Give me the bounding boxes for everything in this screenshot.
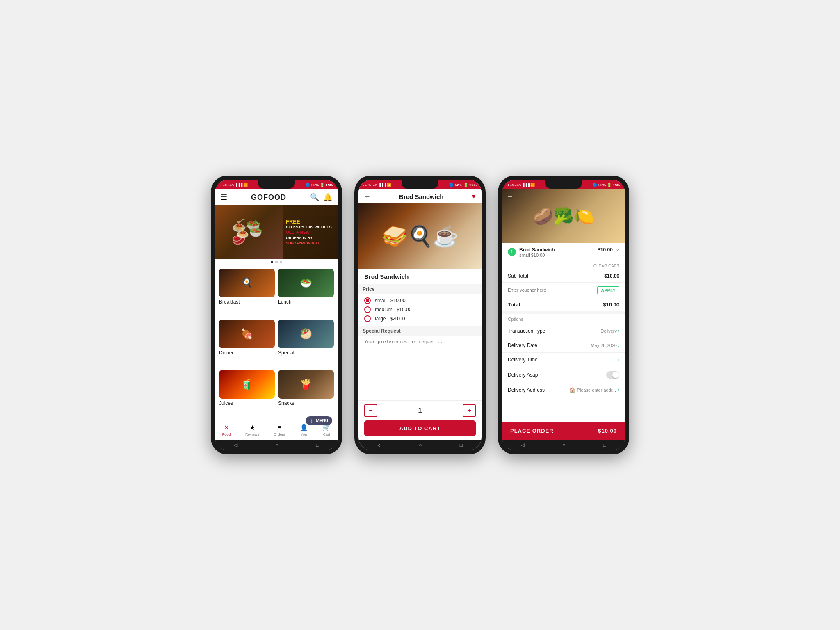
delivery-date-row[interactable]: Delivery Date May 28,2020 › (502, 338, 625, 353)
bluetooth-icon-3: 🔵 (593, 183, 597, 187)
recent-sys-btn-3[interactable]: □ (603, 442, 606, 448)
notch (258, 180, 295, 189)
snacks-emoji: 🍟 (300, 379, 312, 390)
subtotal-value: $10.00 (604, 273, 619, 279)
back-button-2[interactable]: ← (364, 193, 371, 200)
app-logo: GOFOOD (251, 193, 286, 202)
delivery-asap-row: Delivery Asap (502, 367, 625, 383)
category-lunch[interactable]: 🥗 Lunch (278, 269, 334, 316)
category-snacks[interactable]: 🍟 Snacks (278, 370, 334, 418)
delivery-address-value: Please enter addr... (577, 388, 616, 393)
back-sys-btn-2[interactable]: ◁ (377, 442, 381, 448)
battery-icon-1: 🔋 (320, 183, 324, 187)
radio-small[interactable] (364, 297, 371, 304)
notch-2 (402, 180, 438, 189)
subtotal-label: Sub Total (508, 273, 528, 279)
delivery-address-chevron: › (618, 387, 619, 393)
nav-cart[interactable]: 🛒 Cart (322, 424, 331, 436)
transaction-type-value: Delivery (600, 329, 617, 333)
carrier-text-2: du Jio 4G (363, 183, 377, 187)
orders-nav-icon: ≡ (278, 424, 281, 431)
juices-label: Juices (219, 400, 275, 406)
price-option-medium[interactable]: medium $15.00 (364, 306, 476, 313)
price-option-large[interactable]: large $20.00 (364, 315, 476, 322)
cart-item-name: Bred Sandwich (519, 247, 598, 253)
quantity-bar: − 1 + (358, 400, 482, 420)
menu-float-label: MENU (316, 418, 328, 423)
category-juices[interactable]: 🧃 Juices (219, 370, 275, 418)
search-icon[interactable]: 🔍 (310, 193, 319, 202)
product-hero-image: 🥪🍳☕ (358, 203, 482, 269)
home-sys-btn-2[interactable]: ○ (419, 442, 422, 448)
favorite-button[interactable]: ♥ (472, 193, 476, 200)
banner-text-content: FREE DELIVERY THIS WEEK TO OLD ✦ NSW ORD… (283, 215, 338, 249)
delivery-asap-toggle[interactable] (606, 371, 619, 379)
quantity-decrease-button[interactable]: − (364, 404, 377, 417)
banner-food-image: 🍝🥗 (215, 205, 283, 259)
special-request-input[interactable] (364, 339, 476, 364)
back-sys-btn-3[interactable]: ◁ (521, 442, 525, 448)
banner-dots (215, 259, 338, 265)
categories-grid: 🍳 Breakfast 🥗 Lunch 🍖 Dinner (215, 265, 338, 421)
place-order-button[interactable]: PLACE ORDER $10.00 (502, 422, 625, 440)
recent-sys-btn-1[interactable]: □ (316, 442, 319, 448)
apply-voucher-button[interactable]: APPLY (597, 286, 619, 294)
delivery-time-label: Delivery Time (508, 357, 538, 363)
size-large: large (375, 316, 386, 322)
bluetooth-icon-2: 🔵 (449, 183, 454, 187)
quantity-value: 1 (412, 407, 428, 414)
add-to-cart-button[interactable]: ADD TO CART (364, 420, 476, 436)
nav-reviews[interactable]: ★ Reviews (245, 424, 259, 436)
price-option-small[interactable]: small $10.00 (364, 297, 476, 304)
special-emoji: 🥙 (300, 328, 312, 340)
home-sys-btn-1[interactable]: ○ (275, 442, 278, 448)
dinner-emoji: 🍖 (241, 328, 253, 340)
juices-image: 🧃 (219, 370, 275, 399)
delivery-address-label: Delivery Address (508, 387, 545, 393)
home-sys-btn-3[interactable]: ○ (562, 442, 565, 448)
special-request-section-label: Special Request (358, 326, 482, 336)
total-label: Total (508, 301, 520, 308)
bell-icon[interactable]: 🔔 (323, 193, 332, 202)
nav-orders[interactable]: ≡ Orders (274, 424, 285, 436)
nav-you[interactable]: 👤 You (300, 424, 308, 436)
quantity-increase-button[interactable]: + (463, 404, 476, 417)
signal-icon-3: ▐▐▐ (522, 183, 530, 187)
price-section-label: Price (358, 284, 482, 294)
delivery-address-row[interactable]: Delivery Address 🏠 Please enter addr... … (502, 383, 625, 397)
promo-banner[interactable]: 🍝🥗 FREE DELIVERY THIS WEEK TO OLD ✦ NSW … (215, 205, 338, 259)
back-button-3[interactable]: ← (507, 193, 514, 200)
radio-medium[interactable] (364, 306, 371, 313)
nav-food[interactable]: ✕ Food (222, 424, 231, 436)
banner-food-emoji: 🍝🥗 (236, 226, 262, 239)
product-name: Bred Sandwich (364, 273, 476, 280)
wifi-icon-1: 📶 (243, 183, 248, 187)
clear-cart-button[interactable]: CLEAR CART (593, 264, 619, 268)
voucher-row: APPLY (502, 283, 625, 298)
back-sys-btn-1[interactable]: ◁ (234, 442, 237, 448)
recent-sys-btn-2[interactable]: □ (460, 442, 463, 448)
options-section-title: Options (502, 314, 625, 324)
category-dinner[interactable]: 🍖 Dinner (219, 320, 275, 367)
delivery-date-label: Delivery Date (508, 342, 537, 348)
cart-item-remove-button[interactable]: × (616, 247, 619, 253)
phone3: du Jio 4G ▐▐▐ 📶 🔵 52% 🔋 1:35 ← 🥔🥦🍋 (498, 176, 629, 454)
radio-selected-indicator (366, 299, 369, 302)
category-breakfast[interactable]: 🍳 Breakfast (219, 269, 275, 316)
voucher-input[interactable] (508, 286, 594, 294)
hamburger-icon[interactable]: ☰ (221, 193, 227, 202)
size-medium: medium (375, 307, 393, 313)
menu-float-button[interactable]: 🍴 MENU (306, 416, 332, 425)
signal-icon-1: ▐▐▐ (235, 183, 242, 187)
notch-3 (545, 180, 582, 189)
radio-large[interactable] (364, 315, 371, 322)
price-small: $10.00 (390, 298, 406, 304)
cart-item-size: small $10.00 (519, 253, 598, 258)
place-order-price: $10.00 (598, 428, 617, 434)
food-nav-label: Food (222, 432, 231, 436)
lunch-image: 🥗 (278, 269, 334, 297)
delivery-time-row[interactable]: Delivery Time › (502, 353, 625, 367)
transaction-type-row[interactable]: Transaction Type Delivery › (502, 324, 625, 338)
dot-3 (280, 261, 282, 263)
category-special[interactable]: 🥙 Special (278, 320, 334, 367)
